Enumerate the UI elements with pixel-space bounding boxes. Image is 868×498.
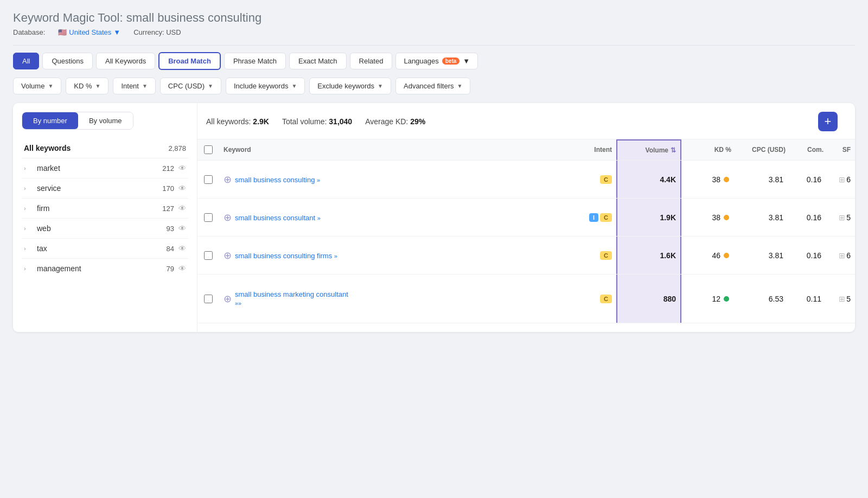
database-link[interactable]: 🇺🇸 United States ▼ xyxy=(58,28,120,36)
sf-cell-3: ⊞ 6 xyxy=(828,237,855,274)
chevron-down-icon: ▼ xyxy=(142,83,148,89)
tab-related[interactable]: Related xyxy=(350,53,393,69)
eye-icon[interactable]: 👁 xyxy=(178,224,186,233)
exclude-keywords-filter[interactable]: Exclude keywords ▼ xyxy=(309,78,391,94)
volume-filter-label: Volume xyxy=(21,82,44,90)
kd-cell-2: 38 xyxy=(681,199,736,236)
sidebar-label-web: web xyxy=(37,224,162,233)
header-divider xyxy=(13,45,855,46)
sidebar-label-service: service xyxy=(37,184,158,193)
sidebar-item-tax[interactable]: › tax 84 👁 xyxy=(22,239,188,259)
tab-questions[interactable]: Questions xyxy=(42,53,93,69)
keyword-link-1[interactable]: small business consulting » xyxy=(235,176,320,184)
tab-phrase-match[interactable]: Phrase Match xyxy=(224,53,286,69)
eye-icon[interactable]: 👁 xyxy=(178,164,186,173)
sidebar-count-service: 170 xyxy=(162,184,174,193)
intent-cell-1: C xyxy=(567,161,616,198)
intent-cell-2: I C xyxy=(567,199,616,236)
sidebar-all-label: All keywords xyxy=(24,144,164,152)
row-select-4[interactable] xyxy=(204,295,213,303)
intent-cell-3: C xyxy=(567,237,616,274)
page-header: Keyword Magic Tool: small business consu… xyxy=(13,11,855,36)
keyword-link-3[interactable]: small business consulting firms » xyxy=(235,252,337,260)
flag-icon: 🇺🇸 xyxy=(58,28,67,36)
sidebar-item-management[interactable]: › management 79 👁 xyxy=(22,259,188,278)
sidebar-item-service[interactable]: › service 170 👁 xyxy=(22,178,188,199)
by-volume-button[interactable]: By volume xyxy=(78,112,133,129)
com-cell-3: 0.16 xyxy=(790,237,828,274)
eye-icon[interactable]: 👁 xyxy=(178,244,186,253)
intent-header: Intent xyxy=(567,139,616,160)
languages-button[interactable]: Languages beta ▼ xyxy=(395,53,478,69)
kd-filter[interactable]: KD % ▼ xyxy=(66,78,108,94)
volume-header[interactable]: Volume ⇅ xyxy=(616,139,681,160)
eye-icon[interactable]: 👁 xyxy=(178,264,186,273)
volume-filter[interactable]: Volume ▼ xyxy=(13,78,61,94)
filters-row: Volume ▼ KD % ▼ Intent ▼ CPC (USD) ▼ Inc… xyxy=(13,78,855,94)
tab-all-keywords[interactable]: All Keywords xyxy=(96,53,155,69)
sf-icon-3: ⊞ xyxy=(839,251,845,260)
keyword-link-2[interactable]: small business consultant » xyxy=(235,214,321,222)
intent-filter-label: Intent xyxy=(121,82,139,90)
sidebar-count-firm: 127 xyxy=(162,205,174,213)
currency-label: Currency: USD xyxy=(133,28,181,36)
checkbox-header[interactable] xyxy=(197,139,219,160)
row-checkbox-3[interactable] xyxy=(197,237,219,274)
page-title: Keyword Magic Tool: small business consu… xyxy=(13,11,855,25)
com-cell-4: 0.11 xyxy=(790,274,828,323)
tab-all[interactable]: All xyxy=(13,53,39,69)
sidebar-item-web[interactable]: › web 93 👁 xyxy=(22,219,188,239)
select-all-checkbox[interactable] xyxy=(204,145,213,154)
sort-icon: ⇅ xyxy=(671,146,676,154)
expand-icon: › xyxy=(24,205,33,212)
table-area: All keywords: 2.9K Total volume: 31,040 … xyxy=(197,103,855,332)
add-button[interactable]: + xyxy=(818,112,838,131)
tab-broad-match[interactable]: Broad Match xyxy=(158,52,221,70)
row-checkbox-4[interactable] xyxy=(197,274,219,323)
row-checkbox-1[interactable] xyxy=(197,161,219,198)
sf-cell-4: ⊞ 5 xyxy=(828,274,855,323)
meta-row: Database: 🇺🇸 United States ▼ Currency: U… xyxy=(13,28,855,36)
plus-circle-icon: ⊕ xyxy=(224,250,232,261)
sf-header: SF xyxy=(828,139,855,160)
kd-dot-4 xyxy=(724,296,729,302)
chevron-down-icon: ▼ xyxy=(291,83,297,89)
com-header: Com. xyxy=(790,139,828,160)
view-toggle: By number By volume xyxy=(22,112,133,130)
sidebar-item-market[interactable]: › market 212 👁 xyxy=(22,158,188,178)
sidebar-count-management: 79 xyxy=(167,265,174,273)
cpc-cell-4: 6.53 xyxy=(736,274,790,323)
plus-circle-icon: ⊕ xyxy=(224,212,232,224)
sidebar-item-firm[interactable]: › firm 127 👁 xyxy=(22,199,188,219)
keyword-header: Keyword xyxy=(219,139,567,160)
include-keywords-filter[interactable]: Include keywords ▼ xyxy=(226,78,305,94)
row-select-2[interactable] xyxy=(204,213,213,222)
intent-filter[interactable]: Intent ▼ xyxy=(113,78,155,94)
dropdown-icon: ▼ xyxy=(113,28,120,36)
volume-cell-4: 880 xyxy=(616,274,681,323)
cpc-filter[interactable]: CPC (USD) ▼ xyxy=(160,78,221,94)
row-checkbox-2[interactable] xyxy=(197,199,219,236)
row-select-1[interactable] xyxy=(204,175,213,184)
table-row: ⊕ small business consultant » I C 1.9K 3… xyxy=(197,199,855,237)
keyword-cell-2: ⊕ small business consultant » xyxy=(219,199,567,236)
keyword-cell-1: ⊕ small business consulting » xyxy=(219,161,567,198)
sf-cell-2: ⊞ 5 xyxy=(828,199,855,236)
by-number-button[interactable]: By number xyxy=(22,112,78,129)
eye-icon[interactable]: 👁 xyxy=(178,204,186,213)
intent-badge-c: C xyxy=(600,213,612,222)
sidebar-all-count: 2,878 xyxy=(168,144,186,152)
row-select-3[interactable] xyxy=(204,251,213,260)
tool-name: Keyword Magic Tool: xyxy=(13,11,123,24)
table-summary: All keywords: 2.9K Total volume: 31,040 … xyxy=(206,117,818,126)
cpc-cell-3: 3.81 xyxy=(736,237,790,274)
tab-exact-match[interactable]: Exact Match xyxy=(289,53,347,69)
advanced-filters-button[interactable]: Advanced filters ▼ xyxy=(395,78,470,94)
kd-value-1: 38 xyxy=(712,175,720,184)
sidebar-list: All keywords 2,878 › market 212 👁 › serv… xyxy=(22,138,188,278)
expand-icon: › xyxy=(24,265,33,272)
eye-icon[interactable]: 👁 xyxy=(178,184,186,193)
keyword-link-4[interactable]: small business marketing consultant »» xyxy=(235,290,348,308)
sf-icon-1: ⊞ xyxy=(839,175,845,184)
intent-badge-c: C xyxy=(600,175,612,184)
